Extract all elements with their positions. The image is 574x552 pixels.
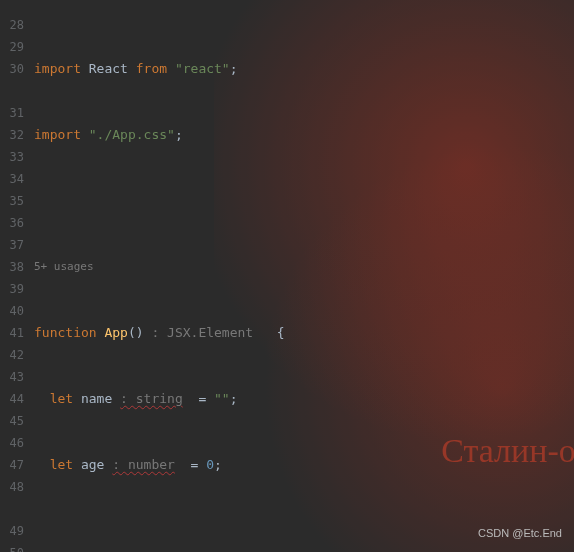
line-number: 28 [0,14,24,36]
code-editor[interactable]: Сталин-он 28 29 30 31 32 33 34 35 36 37 … [0,0,574,552]
line-number: 39 [0,278,24,300]
code-line[interactable]: let name : string = ""; [34,388,574,410]
line-number: 41 [0,322,24,344]
line-number: 38 [0,256,24,278]
line-number: 34 [0,168,24,190]
line-number: 50 [0,542,24,552]
line-number: 43 [0,366,24,388]
code-line[interactable]: import "./App.css"; [34,124,574,146]
line-number: 48 [0,476,24,498]
line-number: 35 [0,190,24,212]
line-number: 32 [0,124,24,146]
line-number: 29 [0,36,24,58]
line-number [0,80,24,102]
line-number: 42 [0,344,24,366]
code-line[interactable]: function App() : JSX.Element { [34,322,574,344]
line-number: 31 [0,102,24,124]
line-number-gutter: 28 29 30 31 32 33 34 35 36 37 38 39 40 4… [0,0,28,552]
code-line[interactable]: import React from "react"; [34,58,574,80]
line-number: 36 [0,212,24,234]
line-number: 37 [0,234,24,256]
line-number: 33 [0,146,24,168]
line-number: 30 [0,58,24,80]
line-number: 45 [0,410,24,432]
line-number: 40 [0,300,24,322]
code-content[interactable]: import React from "react"; import "./App… [28,0,574,552]
line-number: 44 [0,388,24,410]
line-number: 49 [0,520,24,542]
line-number: 46 [0,432,24,454]
line-number [0,498,24,520]
code-line[interactable]: let age : number = 0; [34,454,574,476]
usage-hint[interactable]: 5+ usages [34,256,574,278]
code-line[interactable] [34,190,574,212]
line-number: 47 [0,454,24,476]
csdn-watermark: CSDN @Etc.End [478,522,562,544]
